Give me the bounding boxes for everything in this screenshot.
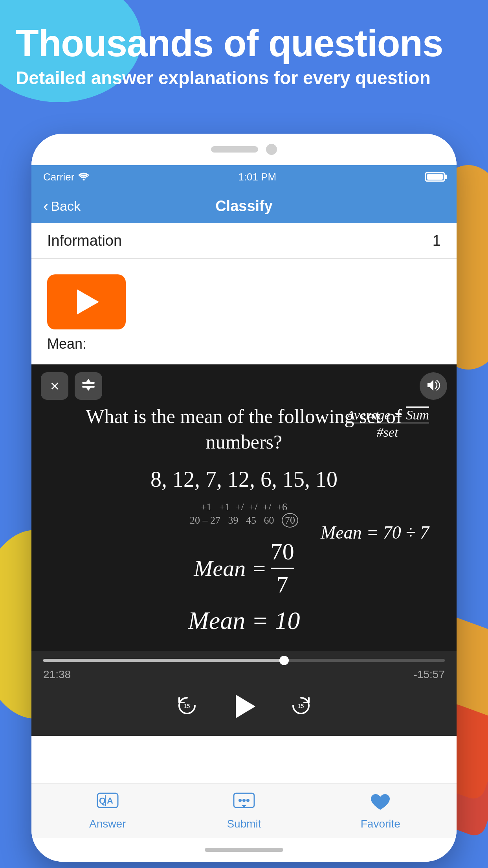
favorite-tab-label: Favorite [361,818,400,830]
time-remaining: -15:57 [414,668,445,681]
svg-point-0 [83,178,85,180]
nav-title: Classify [215,198,273,215]
volume-icon [426,379,441,394]
empty-content [31,736,457,783]
svg-rect-1 [82,382,95,384]
resize-icon [81,379,95,394]
fraction-denominator: 7 [277,569,288,598]
video-controls-top: ✕ [31,364,457,408]
wifi-icon [78,171,89,183]
replay-15-button[interactable]: 15 [173,693,201,720]
forward-15-button[interactable]: 15 [287,693,315,720]
carrier-label: Carrier [43,171,74,183]
information-row: Information 1 [31,223,457,259]
svg-text:15: 15 [184,703,190,709]
heart-icon [369,792,392,815]
svg-point-13 [242,799,246,802]
ctrl-left: ✕ [41,372,102,400]
hero-section: Thousands of questions Detailed answer e… [16,24,472,89]
tab-bar: Q A Answer Submit [31,783,457,838]
volume-button[interactable] [420,372,447,400]
playback-controls: 15 15 [43,685,445,732]
home-indicator [205,848,283,852]
tab-submit[interactable]: Submit [176,792,312,830]
close-icon: ✕ [50,379,60,393]
svg-marker-3 [86,379,91,382]
phone-top-bar [31,134,457,165]
tab-answer[interactable]: Q A Answer [39,792,176,830]
play-triangle-icon [77,289,99,314]
progress-thumb [279,656,289,665]
fraction-numerator: 70 [271,538,294,569]
close-button[interactable]: ✕ [41,372,68,400]
status-bar: Carrier 1:01 PM [31,165,457,189]
answer-tab-label: Answer [89,818,126,830]
info-label: Information [47,232,122,249]
nav-bar: ‹ Back Classify [31,189,457,223]
battery-icon [425,172,445,182]
svg-text:A: A [107,796,113,805]
mean-result: Mean = 10 [55,606,433,635]
phone-camera [266,144,277,155]
video-numbers: 8, 12, 7, 12, 6, 15, 10 [55,467,433,492]
svg-text:Q: Q [99,796,106,805]
progress-track[interactable] [43,659,445,662]
svg-point-12 [238,799,242,802]
hero-subtitle: Detailed answer explanations for every q… [16,67,472,89]
play-icon [236,695,255,718]
phone-speaker [211,146,258,153]
phone-mockup: Carrier 1:01 PM ‹ Back Classify Informat… [31,134,457,862]
mean-label: Mean: [47,336,441,352]
info-number: 1 [433,232,441,249]
content-area: Mean: [31,259,457,364]
youtube-play-button[interactable] [47,274,126,329]
svg-rect-2 [82,386,95,388]
resize-button[interactable] [75,372,102,400]
video-progress-area: 21:38 -15:57 15 [31,651,457,736]
submit-tab-label: Submit [227,818,261,830]
formula-text: Average = Sum [347,408,429,423]
time-display: 1:01 PM [238,171,276,183]
mean-alt-label: Mean = 70 ÷ 7 [321,522,429,543]
time-row: 21:38 -15:57 [43,668,445,681]
time-current: 21:38 [43,668,71,681]
formula-label: Average = Sum #set [347,408,429,440]
hero-title: Thousands of questions [16,24,472,63]
back-arrow-icon: ‹ [43,198,48,214]
phone-bottom [31,838,457,862]
svg-marker-4 [86,388,91,391]
play-pause-button[interactable] [232,695,256,718]
svg-point-14 [246,799,250,802]
status-left: Carrier [43,171,89,183]
progress-fill [43,659,284,662]
back-button[interactable]: ‹ Back [43,198,81,214]
tab-favorite[interactable]: Favorite [312,792,449,830]
submit-icon [232,792,256,815]
answer-icon: Q A [96,792,119,815]
back-label: Back [51,199,81,214]
video-player: ✕ [31,364,457,736]
svg-text:15: 15 [298,703,304,709]
